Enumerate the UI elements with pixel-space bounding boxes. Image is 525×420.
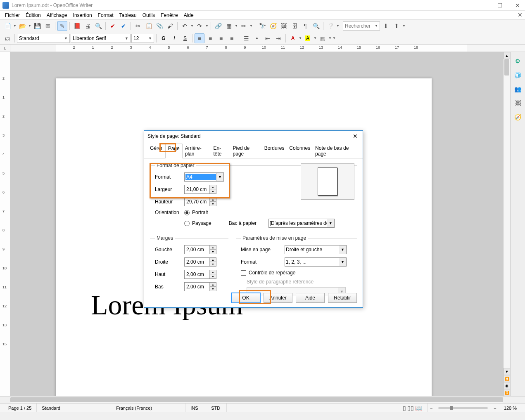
nav-select-button[interactable]: ◉ [504,382,510,389]
redo-icon[interactable]: ↷ [195,21,204,31]
find-icon[interactable]: 🔭 [257,21,267,31]
menu-tableau[interactable]: Tableau [117,12,139,19]
paper-width-spinner[interactable]: 21,00 cm ▲▼ [184,185,216,194]
bullet-list-icon[interactable]: • [252,33,262,43]
spin-up-icon[interactable]: ▲ [210,258,216,262]
menu-format[interactable]: Format [95,12,116,19]
zoom-out-button[interactable]: − [428,406,435,411]
spin-up-icon[interactable]: ▲ [210,185,216,189]
chevron-down-icon[interactable]: ▼ [216,173,223,181]
tab-note-bas[interactable]: Note de bas de page [313,144,359,158]
tab-pied-de-page[interactable]: Pied de page [230,144,262,158]
margin-top-spinner[interactable]: 2,00 cm▲▼ [184,270,216,279]
portrait-radio[interactable]: Portrait [184,210,208,215]
format-paint-icon[interactable]: 🖌 [165,21,175,31]
italic-icon[interactable]: I [169,33,179,43]
open-dropdown[interactable]: ▼ [28,24,31,28]
new-doc-icon[interactable]: 📄 [2,21,12,31]
ok-button[interactable]: OK [231,293,260,303]
export-pdf-icon[interactable]: 📕 [72,21,82,31]
spin-down-icon[interactable]: ▼ [210,250,216,254]
print-icon[interactable]: 🖨 [83,21,93,31]
align-right-icon[interactable]: ≡ [216,33,226,43]
help-icon[interactable]: ❔ [325,21,335,31]
paragraph-style-select[interactable]: Standard▼ [17,34,70,43]
tab-page[interactable]: Page [165,144,183,158]
table-dropdown[interactable]: ▼ [235,24,238,28]
spin-down-icon[interactable]: ▼ [210,189,216,193]
search-input[interactable] [345,23,374,29]
status-style[interactable]: Standard [37,403,111,412]
font-size-select[interactable]: 12▼ [131,34,154,43]
paper-height-spinner[interactable]: 29,70 cm ▲▼ [184,197,216,206]
draw-icon[interactable]: ✏ [239,21,249,31]
spin-down-icon[interactable]: ▼ [210,262,216,266]
tab-en-tete[interactable]: En-tête [211,144,230,158]
sidebar-navigator-icon[interactable]: 🖼 [513,98,523,108]
close-window-button[interactable]: ✕ [513,1,523,9]
close-document-button[interactable]: ✕ [518,12,523,18]
sidebar-gallery-icon[interactable]: 👥 [513,84,523,94]
status-page[interactable]: Page 1 / 25 [3,403,37,412]
maximize-button[interactable]: ☐ [495,1,505,9]
fmt-toolbar-overflow[interactable]: ▼ [333,36,336,40]
spin-down-icon[interactable]: ▼ [210,202,216,206]
margin-bottom-spinner[interactable]: 2,00 cm▲▼ [184,282,216,291]
menu-affichage[interactable]: Affichage [44,12,70,19]
underline-icon[interactable]: S [180,33,190,43]
styles-window-icon[interactable]: 🗂 [2,33,12,43]
search-dropdown[interactable]: ▼ [375,24,378,28]
chevron-down-icon[interactable]: ▼ [339,258,346,266]
open-icon[interactable]: 📂 [17,21,27,31]
redo-dropdown[interactable]: ▼ [205,24,209,28]
prev-page-button[interactable]: ⏫ [504,375,510,382]
print-preview-icon[interactable]: 🔍 [93,21,103,31]
hscroll-thumb[interactable] [10,397,503,402]
menu-edition[interactable]: Édition [23,12,43,19]
undo-dropdown[interactable]: ▼ [190,24,194,28]
gallery-icon[interactable]: 🖼 [279,21,289,31]
find-next-icon[interactable]: ⬆ [392,21,401,31]
cancel-button[interactable]: Annuler [264,293,292,303]
datasource-icon[interactable]: 🗄 [290,21,299,31]
page-layout-combo[interactable]: Droite et gauche▼ [285,245,347,254]
paper-tray-combo[interactable]: [D'après les paramètres de l'imprimante]… [268,219,335,228]
dialog-title-bar[interactable]: Style de page: Standard ✕ [144,131,363,142]
align-center-icon[interactable]: ≡ [205,33,215,43]
highlight-dropdown[interactable]: ▼ [314,36,317,40]
sidebar-styles-icon[interactable]: 🧊 [513,70,523,80]
spin-down-icon[interactable]: ▼ [210,274,216,278]
vertical-ruler[interactable]: 2 1 2 3 4 5 6 7 8 9 10 11 12 13 15 [0,52,10,396]
menu-fenetre[interactable]: Fenêtre [158,12,180,19]
tab-colonnes[interactable]: Colonnes [287,144,313,158]
view-multi-icon[interactable]: ▯▯ [407,405,414,411]
menu-fichier[interactable]: Fichier [2,12,22,19]
nonprinting-icon[interactable]: ¶ [300,21,310,31]
edit-mode-icon[interactable]: ✎ [57,21,67,31]
indent-icon[interactable]: ⇥ [273,33,283,43]
help-button[interactable]: Aide [296,293,325,303]
chevron-down-icon[interactable]: ▼ [339,245,346,254]
scroll-up-button[interactable]: ▲ [504,52,510,59]
register-true-checkbox[interactable]: Contrôle de repérage [241,270,295,276]
zoom-in-button[interactable]: + [491,406,499,411]
navigator-icon[interactable]: 🧭 [268,21,278,31]
sidebar-properties-icon[interactable]: ⚙ [513,56,523,66]
view-single-icon[interactable]: ▯ [403,405,406,411]
highlight-icon[interactable]: A [303,33,313,43]
font-color-dropdown[interactable]: ▼ [299,36,302,40]
outdent-icon[interactable]: ⇤ [263,33,273,43]
tab-bordures[interactable]: Bordures [262,144,287,158]
new-doc-dropdown[interactable]: ▼ [13,24,17,28]
margin-left-spinner[interactable]: 2,00 cm▲▼ [184,245,216,254]
chevron-down-icon[interactable]: ▼ [327,219,334,227]
tab-gerer[interactable]: Gérer [147,144,165,158]
save-icon[interactable]: 💾 [32,21,42,31]
view-book-icon[interactable]: 📖 [415,405,422,411]
paper-format-combo[interactable]: A4 ▼ [184,172,224,182]
spin-up-icon[interactable]: ▲ [210,283,216,287]
undo-icon[interactable]: ↶ [180,21,190,31]
bold-icon[interactable]: G [159,33,169,43]
align-justify-icon[interactable]: ≡ [227,33,237,43]
dialog-close-button[interactable]: ✕ [351,132,359,140]
